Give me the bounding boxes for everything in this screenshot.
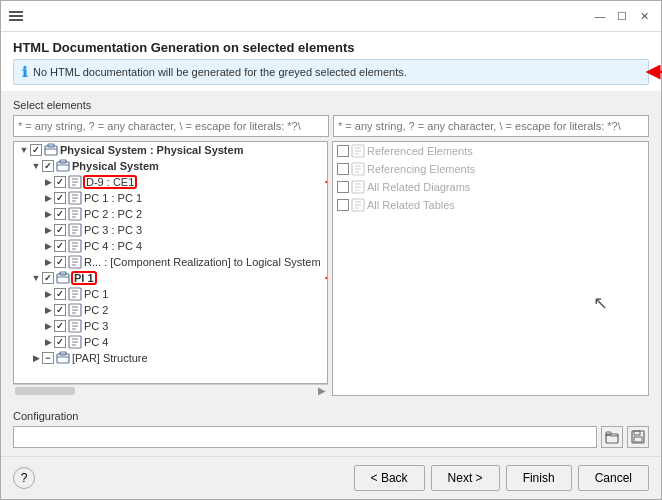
- tree-item-label: PC 2: [84, 304, 108, 316]
- tree-item[interactable]: ▶ PC 2: [14, 302, 327, 318]
- right-panel[interactable]: Referenced Elements Referencing Elements…: [332, 141, 649, 396]
- element-icon: [351, 144, 365, 158]
- tree-item[interactable]: ▶ PC 2 : PC 2: [14, 206, 327, 222]
- element-icon: [68, 287, 82, 301]
- right-item[interactable]: Referencing Elements: [333, 160, 648, 178]
- checkbox[interactable]: [337, 163, 349, 175]
- expand-icon[interactable]: ▼: [18, 144, 30, 156]
- right-filter-input[interactable]: [333, 115, 649, 137]
- expand-icon[interactable]: ▶: [42, 256, 54, 268]
- scrollbar-thumb[interactable]: [15, 387, 75, 395]
- right-item[interactable]: Referenced Elements: [333, 142, 648, 160]
- tree-item-label: PC 2 : PC 2: [84, 208, 142, 220]
- tree-item[interactable]: ▼ Physical System: [14, 158, 327, 174]
- left-panel-wrapper: ▼ Physical System : Physical System ▼: [13, 141, 328, 396]
- back-button[interactable]: < Back: [354, 465, 425, 491]
- checkbox[interactable]: [54, 288, 66, 300]
- tree-item[interactable]: ▶ PC 3 : PC 3: [14, 222, 327, 238]
- checkbox[interactable]: [42, 352, 54, 364]
- checkbox[interactable]: [337, 199, 349, 211]
- cursor-pointer: ↖: [593, 292, 608, 314]
- tree-item-label: [PAR] Structure: [72, 352, 148, 364]
- expand-icon[interactable]: ▼: [30, 272, 42, 284]
- maximize-button[interactable]: ☐: [613, 7, 631, 25]
- element-icon: [68, 319, 82, 333]
- expand-icon[interactable]: ▶: [42, 240, 54, 252]
- tree-item[interactable]: ▶ PC 4 : PC 4: [14, 238, 327, 254]
- config-save-button[interactable]: [627, 426, 649, 448]
- svg-rect-78: [634, 437, 642, 442]
- expand-icon[interactable]: ▶: [42, 224, 54, 236]
- expand-icon[interactable]: ▶: [42, 320, 54, 332]
- element-icon: [68, 175, 82, 189]
- checkbox[interactable]: [54, 176, 66, 188]
- tree-item-ce1[interactable]: ▶ D-9 : CE1: [14, 174, 327, 190]
- element-icon: [68, 223, 82, 237]
- tree-item[interactable]: ▶ PC 1: [14, 286, 327, 302]
- tree-item-pi1[interactable]: ▼ PI 1: [14, 270, 327, 286]
- expand-icon[interactable]: ▶: [42, 192, 54, 204]
- expand-icon[interactable]: ▼: [30, 160, 42, 172]
- tree-item[interactable]: ▶ R... : [Component Realization] to Logi…: [14, 254, 327, 270]
- package-icon: [56, 351, 70, 365]
- checkbox[interactable]: [337, 145, 349, 157]
- next-button[interactable]: Next >: [431, 465, 500, 491]
- package-icon: [56, 271, 70, 285]
- element-icon: [68, 207, 82, 221]
- info-icon: ℹ: [22, 64, 27, 80]
- left-panel-scrollbar[interactable]: ▶: [13, 384, 328, 396]
- expand-icon[interactable]: ▶: [42, 336, 54, 348]
- checkbox[interactable]: [42, 160, 54, 172]
- finish-button[interactable]: Finish: [506, 465, 572, 491]
- tree-item-label: Physical System: [72, 160, 159, 172]
- checkbox[interactable]: [30, 144, 42, 156]
- tree-item-label: Physical System : Physical System: [60, 144, 243, 156]
- expand-icon[interactable]: ▶: [42, 288, 54, 300]
- right-item[interactable]: All Related Tables: [333, 196, 648, 214]
- right-item-label: All Related Tables: [367, 199, 455, 211]
- menu-icon[interactable]: [9, 11, 23, 21]
- checkbox[interactable]: [42, 272, 54, 284]
- checkbox[interactable]: [54, 208, 66, 220]
- config-label: Configuration: [13, 410, 649, 422]
- checkbox[interactable]: [54, 304, 66, 316]
- left-filter-input[interactable]: [13, 115, 329, 137]
- config-path-input[interactable]: [13, 426, 597, 448]
- expand-icon[interactable]: ▶: [42, 176, 54, 188]
- expand-icon[interactable]: ▶: [42, 208, 54, 220]
- package-icon: [56, 159, 70, 173]
- cancel-button[interactable]: Cancel: [578, 465, 649, 491]
- checkbox[interactable]: [54, 320, 66, 332]
- tree-item[interactable]: ▶ PC 1 : PC 1: [14, 190, 327, 206]
- tree-item[interactable]: ▼ Physical System : Physical System: [14, 142, 327, 158]
- tree-item-label: R... : [Component Realization] to Logica…: [84, 256, 321, 268]
- tree-item-label: PI 1: [72, 272, 96, 284]
- checkbox[interactable]: [337, 181, 349, 193]
- checkbox[interactable]: [54, 192, 66, 204]
- checkbox[interactable]: [54, 240, 66, 252]
- element-icon: [351, 180, 365, 194]
- element-icon: [351, 162, 365, 176]
- element-icon: [68, 303, 82, 317]
- expand-icon[interactable]: ▶: [42, 304, 54, 316]
- right-item[interactable]: All Related Diagrams: [333, 178, 648, 196]
- tree-item-label: PC 1: [84, 288, 108, 300]
- checkbox[interactable]: [54, 336, 66, 348]
- expand-icon[interactable]: ▶: [30, 352, 42, 364]
- package-icon: [44, 143, 58, 157]
- element-icon: [68, 191, 82, 205]
- right-item-label: Referencing Elements: [367, 163, 475, 175]
- tree-item[interactable]: ▶ PC 3: [14, 318, 327, 334]
- minimize-button[interactable]: —: [591, 7, 609, 25]
- checkbox[interactable]: [54, 224, 66, 236]
- left-panel[interactable]: ▼ Physical System : Physical System ▼: [13, 141, 328, 384]
- help-button[interactable]: ?: [13, 467, 35, 489]
- checkbox[interactable]: [54, 256, 66, 268]
- tree-item[interactable]: ▶ [PAR] Structure: [14, 350, 327, 366]
- section-label: Select elements: [13, 99, 649, 111]
- footer: ? < Back Next > Finish Cancel: [1, 456, 661, 499]
- close-button[interactable]: ✕: [635, 7, 653, 25]
- tree-item-label: PC 1 : PC 1: [84, 192, 142, 204]
- config-browse-button[interactable]: [601, 426, 623, 448]
- tree-item[interactable]: ▶ PC 4: [14, 334, 327, 350]
